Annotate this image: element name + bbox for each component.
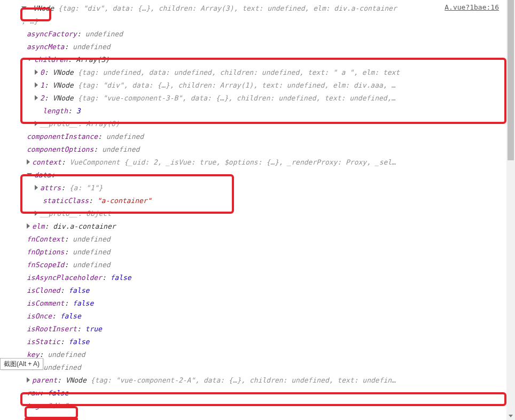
prop-raw[interactable]: raw: false xyxy=(0,387,515,400)
prop-fnOptions[interactable]: fnOptions: undefined xyxy=(0,246,515,259)
prop-key[interactable]: key: undefined xyxy=(0,348,515,361)
prop-componentOptions[interactable]: componentOptions: undefined xyxy=(0,143,515,156)
expand-arrow-icon[interactable] xyxy=(35,82,38,88)
prop-isAsyncPlaceholder[interactable]: isAsyncPlaceholder: false xyxy=(0,271,515,284)
expand-arrow-icon[interactable] xyxy=(35,69,38,75)
children-item-1[interactable]: 1: VNode {tag: "div", data: {…}, childre… xyxy=(0,79,515,92)
children-item-2[interactable]: 2: VNode {tag: "vue-component-3-B", data… xyxy=(0,92,515,105)
scrollbar-down-button[interactable] xyxy=(506,411,515,420)
expand-arrow-icon[interactable] xyxy=(27,159,30,165)
highlight-box-tag xyxy=(25,418,78,420)
prop-componentInstance[interactable]: componentInstance: undefined xyxy=(0,130,515,143)
prop-children[interactable]: children: Array(3) xyxy=(0,53,515,66)
children-length[interactable]: length: 3 xyxy=(0,105,515,118)
vnode-root-line[interactable]: VNode {tag: "div", data: {…}, children: … xyxy=(0,2,515,15)
expand-arrow-icon[interactable] xyxy=(21,6,27,10)
prop-isStatic[interactable]: isStatic: false xyxy=(0,336,515,348)
expand-arrow-icon[interactable] xyxy=(27,223,30,229)
prop-isComment[interactable]: isComment: false xyxy=(0,297,515,310)
prop-data[interactable]: data: xyxy=(0,169,515,182)
expand-arrow-icon[interactable] xyxy=(27,173,32,176)
expand-arrow-icon[interactable] xyxy=(35,121,38,126)
prop-context[interactable]: context: VueComponent {_uid: 2, _isVue: … xyxy=(0,156,515,169)
expand-arrow-icon[interactable] xyxy=(27,377,30,383)
expand-arrow-icon[interactable] xyxy=(35,95,38,100)
console-output: A.vue?1bae:16 VNode {tag: "div", data: {… xyxy=(0,0,515,415)
prop-parent[interactable]: parent: VNode {tag: "vue-component-2-A",… xyxy=(0,374,515,387)
expand-arrow-icon[interactable] xyxy=(35,211,38,216)
prop-tag[interactable]: tag: "div" xyxy=(0,400,515,413)
expand-arrow-icon[interactable] xyxy=(35,185,38,190)
scrollbar-thumb[interactable] xyxy=(508,0,514,160)
vnode-summary-close: , …} xyxy=(0,15,515,28)
vnode-type: VNode xyxy=(33,4,54,12)
prop-fnScopeId[interactable]: fnScopeId: undefined xyxy=(0,259,515,271)
expand-arrow-icon[interactable] xyxy=(27,58,32,61)
prop-elm[interactable]: elm: div.a-container xyxy=(0,220,515,233)
prop-asyncFactory[interactable]: asyncFactory: undefined xyxy=(0,28,515,41)
vertical-scrollbar[interactable] xyxy=(506,0,515,420)
data-attrs[interactable]: attrs: {a: "1"} xyxy=(0,182,515,195)
screenshot-tooltip: 截图(Alt + A) xyxy=(0,358,43,370)
prop-asyncMeta[interactable]: asyncMeta: undefined xyxy=(0,41,515,53)
prop-isRootInsert[interactable]: isRootInsert: true xyxy=(0,323,515,336)
vnode-summary: tag: "div", data: {…}, children: Array(3… xyxy=(63,4,397,12)
data-staticClass[interactable]: staticClass: "a-container" xyxy=(0,195,515,207)
prop-isOnce[interactable]: isOnce: false xyxy=(0,310,515,323)
children-item-0[interactable]: 0: VNode {tag: undefined, data: undefine… xyxy=(0,66,515,79)
prop-isCloned[interactable]: isCloned: false xyxy=(0,284,515,297)
data-proto[interactable]: __proto__: Object xyxy=(0,207,515,220)
prop-fnContext[interactable]: fnContext: undefined xyxy=(0,233,515,246)
children-proto[interactable]: __proto__: Array(0) xyxy=(0,118,515,130)
prop-ns[interactable]: ns: undefined xyxy=(0,361,515,374)
